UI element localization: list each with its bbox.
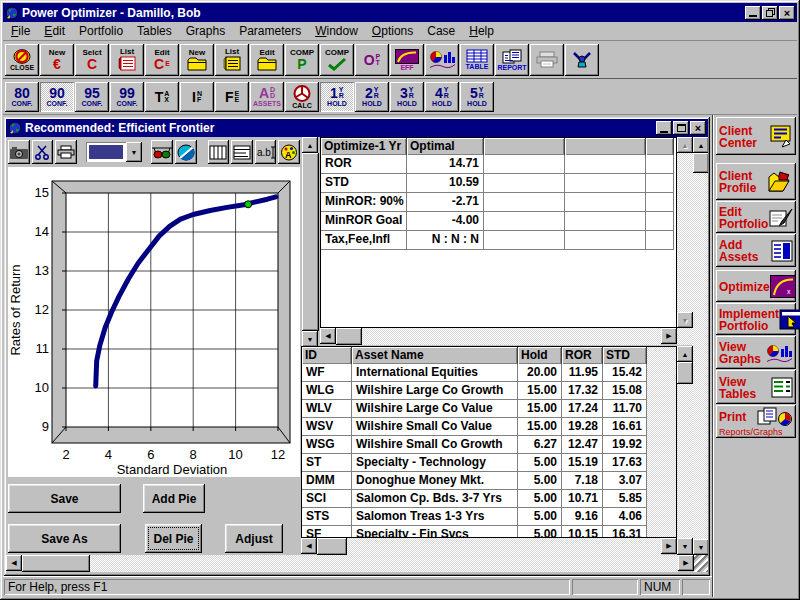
scrollbar-thumb[interactable] [302,153,319,331]
compute-portfolio-button[interactable]: COMPP [285,44,319,76]
table-row[interactable]: Tax,Fee,InflN : N : N [321,231,676,250]
menu-parameters[interactable]: Parameters [232,22,308,40]
scroll-down-button[interactable]: ▼ [693,539,708,555]
scrollbar-track[interactable] [90,555,678,572]
scroll-up-button[interactable]: ▲ [677,346,693,362]
column-header[interactable]: Optimize-1 Yr [321,138,407,155]
scroll-right-button[interactable]: ▶ [661,538,677,554]
scrollbar-thumb[interactable] [22,555,90,572]
new-case-button[interactable]: New€ [40,44,74,76]
column-header[interactable] [484,138,565,155]
table-row[interactable]: WLVWilshire Large Co Value15.0017.2411.7… [302,400,676,418]
menu-case[interactable]: Case [420,22,462,40]
resize-grip[interactable] [694,555,708,572]
add-pie-button[interactable]: Add Pie [143,484,205,513]
calc-button[interactable]: CALC [285,82,319,112]
fonts-button[interactable]: A [278,140,300,164]
asset-table-vscrollbar[interactable]: ▲ [677,346,693,538]
scroll-up-button[interactable]: ▲ [677,137,693,153]
restore-button[interactable] [762,6,778,20]
snapshot-button[interactable] [8,140,30,164]
scroll-down-button[interactable]: ▼ [302,331,318,347]
scrollbar-track[interactable] [347,538,661,555]
scroll-left-button[interactable]: ◀ [301,538,317,554]
sidebar-edit-portfolio-button[interactable]: EditPortfolio [716,201,796,233]
color-select-dropdown[interactable]: ▼ [86,142,142,162]
3d-effect-button[interactable] [151,140,173,164]
table-row[interactable]: SCISalomon Cp. Bds. 3-7 Yrs5.0010.715.85 [302,490,676,508]
menu-graphs[interactable]: Graphs [179,22,232,40]
edit-portfolio-button[interactable]: Edit [250,44,284,76]
menu-window[interactable]: Window [308,22,365,40]
print-graph-button[interactable] [55,140,77,164]
table-row[interactable]: STSSalomon Treas 1-3 Yrs5.009.164.06 [302,508,676,526]
vertical-gridlines-button[interactable] [208,140,230,164]
table-row[interactable]: MinROR Goal-4.00 [321,212,676,231]
table-row[interactable]: ROR14.71 [321,155,676,174]
scrollbar-thumb[interactable] [693,153,708,173]
scroll-up-button[interactable]: ▲ [693,137,708,153]
menu-options[interactable]: Options [365,22,420,40]
child-close-button[interactable]: × [690,121,706,135]
new-portfolio-button[interactable]: New [180,44,214,76]
wizard-button[interactable] [565,44,599,76]
tax-button[interactable]: TAX [145,82,179,112]
hold-4yr-button[interactable]: 4YRHOLD [425,82,459,112]
cut-button[interactable] [32,140,54,164]
hold-1yr-button[interactable]: 1YRHOLD [320,82,354,112]
close-button[interactable]: CLOSE [5,44,39,76]
table-row[interactable]: STD10.59 [321,174,676,193]
column-header[interactable]: STD [603,347,647,364]
scrollbar-track[interactable] [677,153,693,312]
scrollbar-thumb[interactable] [677,362,693,384]
save-button[interactable]: Save [8,484,121,513]
compute-check-button[interactable]: COMP [320,44,354,76]
sidebar-add-assets-button[interactable]: AddAssets [716,234,796,267]
select-case-button[interactable]: SelctC [75,44,109,76]
app-globe-icon[interactable] [5,6,19,20]
view-table-button[interactable]: TABLE [460,44,494,76]
inflation-button[interactable]: INF [180,82,214,112]
scrollbar-track[interactable] [362,328,661,345]
column-header[interactable]: Asset Name [352,347,518,364]
conf-80-button[interactable]: 80CONF. [5,82,39,112]
menu-tables[interactable]: Tables [130,22,179,40]
scroll-down-button[interactable]: ▼ [677,538,693,555]
sidebar-view-tables-button[interactable]: ViewTables [716,370,796,404]
menu-portfolio[interactable]: Portfolio [72,22,130,40]
table-row[interactable]: SFSpecialty - Fin Svcs5.0010.1516.31 [302,526,676,538]
sidebar-optimize-button[interactable]: Optimizex [716,270,796,302]
table-row[interactable]: WSVWilshire Small Co Value15.0019.2816.6… [302,418,676,436]
table-row[interactable]: WFInternational Equities20.0011.9515.42 [302,364,676,382]
del-pie-button[interactable]: Del Pie [145,524,202,553]
scroll-left-button[interactable]: ◀ [320,328,336,344]
table-row[interactable]: WLGWilshire Large Co Growth15.0017.3215.… [302,382,676,400]
horizontal-gridlines-button[interactable] [231,140,253,164]
child-window-icon[interactable] [8,121,22,135]
conf-95-button[interactable]: 95CONF. [75,82,109,112]
table-row[interactable]: STSpecialty - Technology5.0015.1917.63 [302,454,676,472]
child-hscrollbar[interactable]: ◀ ▶ [6,555,708,572]
sidebar-view-graphs-button[interactable]: ViewGraphs [716,336,796,369]
scroll-left-button[interactable]: ◀ [6,555,22,571]
pane-vscrollbar[interactable]: ▲ ▼ [693,137,708,555]
column-header[interactable] [565,138,646,155]
sidebar-implement-portfolio-button[interactable]: ImplementPortfolio [716,303,796,335]
asset-table-hscrollbar[interactable]: ◀ ▶ [301,538,677,555]
edit-case-button[interactable]: EditCE [145,44,179,76]
conf-99-button[interactable]: 99CONF. [110,82,144,112]
conf-90-button[interactable]: 90CONF. [40,82,74,112]
adjust-button[interactable]: Adjust [225,524,283,553]
table-row[interactable]: WSGWilshire Small Co Growth6.2712.4719.9… [302,436,676,454]
sidebar-print-reports-button[interactable]: PrintReports/Graphs [716,405,796,438]
data-labels-button[interactable]: a.b [255,140,277,164]
optimize-table-vscrollbar[interactable]: ▲ ▼ [677,137,693,328]
scrollbar-track[interactable] [677,384,693,538]
scroll-right-button[interactable]: ▶ [678,555,694,571]
hold-2yr-button[interactable]: 2YRHOLD [355,82,389,112]
rotate-3d-button[interactable] [175,140,197,164]
list-portfolios-button[interactable]: List [215,44,249,76]
save-as-button[interactable]: Save As [8,524,121,553]
minimize-button[interactable] [745,6,761,20]
child-maximize-button[interactable] [673,121,689,135]
